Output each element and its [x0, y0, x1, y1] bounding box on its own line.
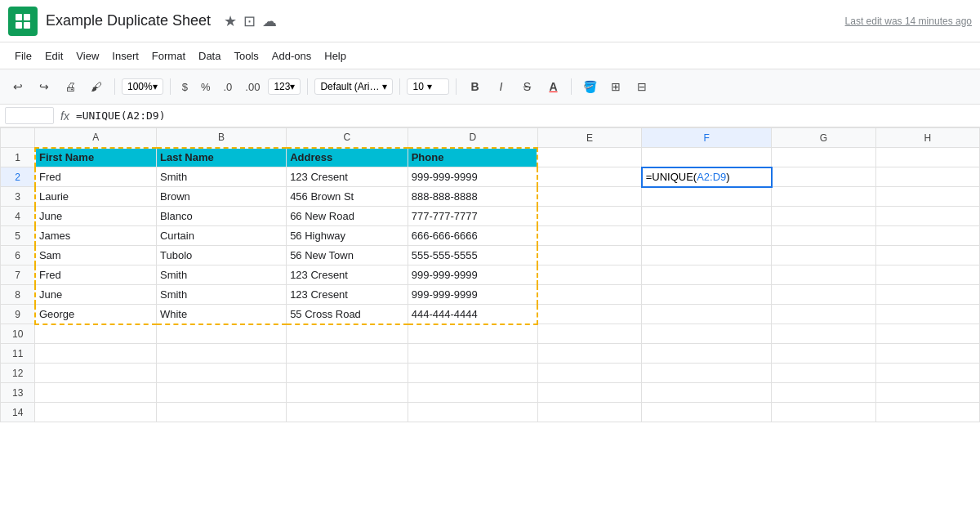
cell-G4[interactable] — [772, 207, 875, 226]
fill-color-button[interactable]: 🪣 — [578, 75, 601, 98]
zoom-selector[interactable]: 100% ▾ — [122, 78, 163, 95]
cell-G8[interactable] — [772, 285, 875, 305]
row-header-5[interactable]: 5 — [1, 226, 35, 246]
row-header-8[interactable]: 8 — [1, 285, 35, 305]
row-header-1[interactable]: 1 — [1, 148, 35, 167]
cell-F6[interactable] — [642, 246, 772, 266]
cell-E10[interactable] — [537, 324, 641, 344]
cell-F3[interactable] — [642, 187, 772, 207]
cell-H12[interactable] — [875, 364, 979, 383]
row-header-2[interactable]: 2 — [1, 167, 35, 187]
decimal2-button[interactable]: .00 — [240, 79, 265, 95]
row-header-7[interactable]: 7 — [1, 266, 35, 285]
cell-A3[interactable]: Laurie — [35, 187, 157, 207]
cell-H13[interactable] — [875, 383, 979, 403]
cell-E2[interactable] — [537, 167, 641, 187]
row-header-12[interactable]: 12 — [1, 364, 35, 383]
redo-button[interactable]: ↪ — [33, 75, 56, 98]
cell-E3[interactable] — [537, 187, 641, 207]
col-header-F[interactable]: F — [642, 128, 772, 148]
menu-item-help[interactable]: Help — [318, 47, 353, 65]
cell-C3[interactable]: 456 Brown St — [287, 187, 408, 207]
print-button[interactable]: 🖨 — [59, 75, 82, 98]
cell-E9[interactable] — [537, 305, 641, 324]
cell-G6[interactable] — [772, 246, 875, 266]
cell-H14[interactable] — [875, 403, 979, 422]
cell-A8[interactable]: June — [35, 285, 157, 305]
cell-C2[interactable]: 123 Cresent — [287, 167, 408, 187]
cell-G11[interactable] — [772, 344, 875, 364]
cell-F8[interactable] — [642, 285, 772, 305]
percent-button[interactable]: % — [196, 79, 216, 95]
cell-H1[interactable] — [875, 148, 979, 167]
menu-item-format[interactable]: Format — [145, 47, 192, 65]
cell-A5[interactable]: James — [35, 226, 157, 246]
cell-C14[interactable] — [287, 403, 408, 422]
menu-item-data[interactable]: Data — [192, 47, 227, 65]
cell-E7[interactable] — [537, 266, 641, 285]
paint-format-button[interactable]: 🖌 — [85, 75, 108, 98]
cell-E13[interactable] — [537, 383, 641, 403]
row-header-13[interactable]: 13 — [1, 383, 35, 403]
font-size-selector[interactable]: 10 ▾ — [407, 78, 449, 95]
cell-F10[interactable] — [642, 324, 772, 344]
cell-C6[interactable]: 56 New Town — [287, 246, 408, 266]
cell-C8[interactable]: 123 Cresent — [287, 285, 408, 305]
cell-C11[interactable] — [287, 344, 408, 364]
cell-G12[interactable] — [772, 364, 875, 383]
cell-C9[interactable]: 55 Cross Road — [287, 305, 408, 324]
cell-G3[interactable] — [772, 187, 875, 207]
cell-C12[interactable] — [287, 364, 408, 383]
cell-F12[interactable] — [642, 364, 772, 383]
cell-B4[interactable]: Blanco — [156, 207, 286, 226]
cell-G9[interactable] — [772, 305, 875, 324]
undo-button[interactable]: ↩ — [7, 75, 29, 98]
row-header-9[interactable]: 9 — [1, 305, 35, 324]
cell-H6[interactable] — [875, 246, 979, 266]
cell-D3[interactable]: 888-888-8888 — [408, 187, 537, 207]
col-header-E[interactable]: E — [537, 128, 641, 148]
cell-B14[interactable] — [156, 403, 286, 422]
col-header-B[interactable]: B — [156, 128, 286, 148]
cell-E6[interactable] — [537, 246, 641, 266]
cell-E12[interactable] — [537, 364, 641, 383]
menu-item-file[interactable]: File — [8, 47, 38, 65]
col-header-C[interactable]: C — [287, 128, 408, 148]
cell-D7[interactable]: 999-999-9999 — [408, 266, 537, 285]
cell-G7[interactable] — [772, 266, 875, 285]
cell-C10[interactable] — [287, 324, 408, 344]
cell-D2[interactable]: 999-999-9999 — [408, 167, 537, 187]
star-icon[interactable]: ★ — [224, 12, 237, 30]
font-selector[interactable]: Default (Ari… ▾ — [314, 78, 393, 95]
cell-D14[interactable] — [408, 403, 537, 422]
cell-H2[interactable] — [875, 167, 979, 187]
cell-F13[interactable] — [642, 383, 772, 403]
cell-D8[interactable]: 999-999-9999 — [408, 285, 537, 305]
cell-G5[interactable] — [772, 226, 875, 246]
cell-A10[interactable] — [35, 324, 157, 344]
cloud-icon[interactable]: ☁ — [262, 12, 277, 30]
cell-G14[interactable] — [772, 403, 875, 422]
cell-H3[interactable] — [875, 187, 979, 207]
col-header-A[interactable]: A — [35, 128, 157, 148]
cell-B8[interactable]: Smith — [156, 285, 286, 305]
cell-H9[interactable] — [875, 305, 979, 324]
italic-button[interactable]: I — [489, 75, 512, 98]
formula-input[interactable]: =UNIQUE(A2:D9) — [76, 109, 975, 122]
cell-A1[interactable]: First Name — [35, 148, 157, 167]
cell-E5[interactable] — [537, 226, 641, 246]
cell-B5[interactable]: Curtain — [156, 226, 286, 246]
cell-A2[interactable]: Fred — [35, 167, 157, 187]
cell-G10[interactable] — [772, 324, 875, 344]
row-header-4[interactable]: 4 — [1, 207, 35, 226]
cell-B2[interactable]: Smith — [156, 167, 286, 187]
currency-button[interactable]: $ — [177, 79, 193, 95]
cell-D11[interactable] — [408, 344, 537, 364]
cell-F2[interactable]: =UNIQUE(A2:D9) — [642, 167, 772, 187]
cell-D9[interactable]: 444-444-4444 — [408, 305, 537, 324]
cell-G2[interactable] — [772, 167, 875, 187]
cell-D4[interactable]: 777-777-7777 — [408, 207, 537, 226]
cell-H4[interactable] — [875, 207, 979, 226]
format-type-selector[interactable]: 123▾ — [268, 78, 301, 95]
col-header-D[interactable]: D — [408, 128, 537, 148]
